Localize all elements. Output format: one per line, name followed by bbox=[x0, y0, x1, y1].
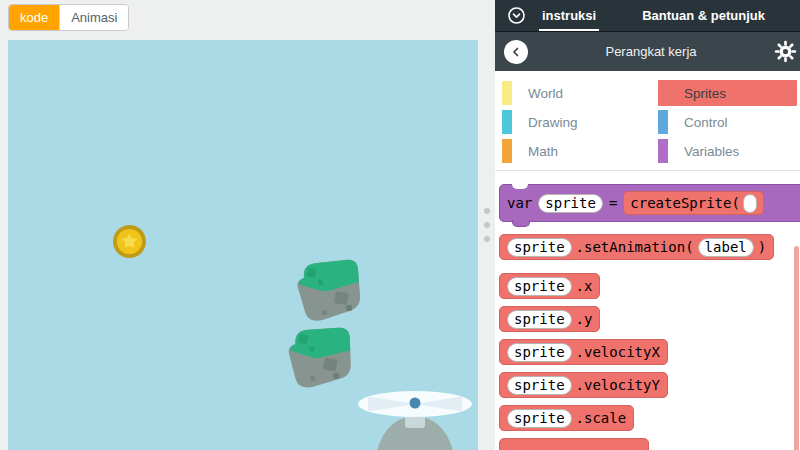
category-color-swatch bbox=[502, 81, 512, 105]
settings-gear-icon[interactable] bbox=[774, 40, 797, 63]
workspace-panel: instruksi Bantuan & petunjuk Perangkat k… bbox=[495, 0, 800, 450]
tab-bantuan-petunjuk[interactable]: Bantuan & petunjuk bbox=[636, 0, 771, 31]
blocks-flyout: var sprite = createSprite( sprite .setAn… bbox=[495, 184, 800, 450]
category-variables[interactable]: Variables bbox=[658, 138, 797, 164]
category-label: Variables bbox=[684, 144, 739, 159]
category-label: Control bbox=[684, 115, 728, 130]
category-label: Math bbox=[528, 144, 558, 159]
nested-create-sprite-block[interactable]: createSprite( bbox=[623, 191, 764, 215]
block-partially-visible[interactable] bbox=[499, 438, 649, 450]
object-pill[interactable]: sprite bbox=[507, 238, 572, 257]
toolbox-title: Perangkat kerja bbox=[528, 44, 774, 59]
block-set-animation[interactable]: sprite .setAnimation( label ) bbox=[499, 234, 774, 260]
collapse-chevron-circle-icon[interactable] bbox=[507, 6, 526, 25]
game-lab-app: kode Animasi bbox=[0, 0, 800, 450]
panel-resize-handle[interactable] bbox=[478, 0, 495, 450]
category-math[interactable]: Math bbox=[502, 138, 658, 164]
rock-sprite bbox=[291, 257, 361, 323]
toolbox-header: Perangkat kerja bbox=[495, 31, 800, 71]
block-sprite-scale[interactable]: sprite .scale bbox=[499, 405, 634, 431]
category-color-swatch bbox=[658, 139, 668, 163]
category-label: Drawing bbox=[528, 115, 578, 130]
block-sprite-y[interactable]: sprite .y bbox=[499, 306, 600, 332]
argument-pill[interactable] bbox=[743, 194, 757, 213]
game-preview-stage[interactable] bbox=[8, 40, 478, 450]
object-pill[interactable]: sprite bbox=[507, 310, 572, 329]
drag-dot-icon bbox=[484, 208, 490, 214]
coin-sprite bbox=[112, 224, 147, 259]
toolbox-categories: World Sprites Drawing Control Math Varia… bbox=[495, 71, 800, 171]
category-sprites[interactable]: Sprites bbox=[658, 80, 797, 106]
category-world[interactable]: World bbox=[502, 80, 658, 106]
object-pill[interactable]: sprite bbox=[507, 409, 572, 428]
chevron-left-icon bbox=[509, 45, 523, 59]
ufo-sprite bbox=[356, 390, 476, 450]
tab-animasi[interactable]: Animasi bbox=[59, 5, 128, 30]
category-label: Sprites bbox=[684, 86, 726, 101]
block-sprite-velocity-y[interactable]: sprite .velocityY bbox=[499, 372, 668, 398]
category-color-swatch bbox=[502, 139, 512, 163]
category-color-swatch bbox=[502, 110, 512, 134]
block-sprite-velocity-x[interactable]: sprite .velocityX bbox=[499, 339, 668, 365]
block-sprite-x[interactable]: sprite .x bbox=[499, 273, 600, 299]
category-color-swatch bbox=[658, 81, 668, 105]
back-button[interactable] bbox=[504, 40, 528, 64]
drag-dot-icon bbox=[484, 222, 490, 228]
category-drawing[interactable]: Drawing bbox=[502, 109, 658, 135]
instructions-topbar: instruksi Bantuan & petunjuk bbox=[495, 0, 800, 31]
flyout-scrollbar[interactable] bbox=[794, 246, 799, 450]
object-pill[interactable]: sprite bbox=[507, 277, 572, 296]
object-pill[interactable]: sprite bbox=[507, 343, 572, 362]
category-label: World bbox=[528, 86, 563, 101]
tab-kode[interactable]: kode bbox=[9, 5, 59, 30]
object-pill[interactable]: sprite bbox=[507, 376, 572, 395]
variable-pill[interactable]: sprite bbox=[538, 194, 603, 213]
drag-dot-icon bbox=[484, 236, 490, 242]
tab-instruksi[interactable]: instruksi bbox=[536, 0, 602, 31]
category-color-swatch bbox=[658, 110, 668, 134]
rock-sprite bbox=[281, 323, 353, 391]
label-arg-pill[interactable]: label bbox=[698, 238, 754, 257]
category-control[interactable]: Control bbox=[658, 109, 797, 135]
block-var-create-sprite[interactable]: var sprite = createSprite( bbox=[499, 184, 800, 222]
code-animation-tabbar: kode Animasi bbox=[8, 4, 129, 31]
